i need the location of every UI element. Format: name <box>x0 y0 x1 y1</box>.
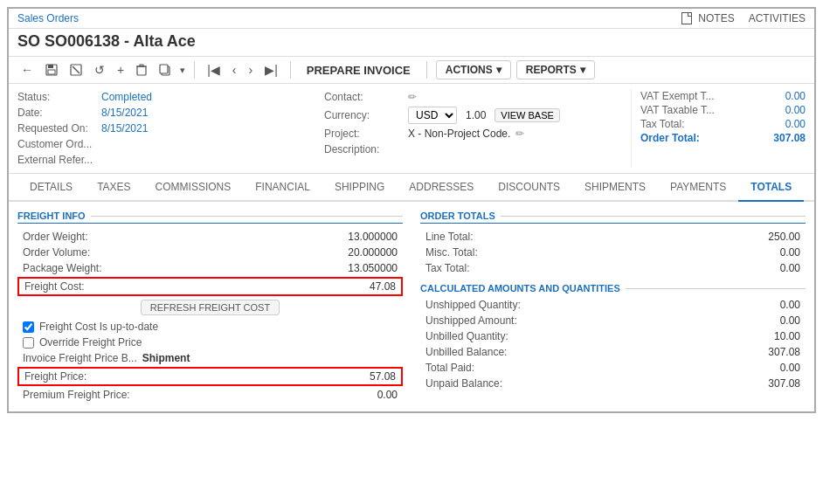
save-icon <box>45 64 58 76</box>
vat-exempt-row: VAT Exempt T... 0.00 <box>640 89 806 103</box>
tab-commissions[interactable]: COMMISSIONS <box>143 174 244 202</box>
currency-row: Currency: USD 1.00 VIEW BASE <box>324 105 622 126</box>
top-bar: Sales Orders NOTES ACTIVITIES <box>9 9 814 29</box>
tab-shipping[interactable]: SHIPPING <box>322 174 397 202</box>
prev-btn[interactable]: ‹ <box>229 61 240 79</box>
vat-taxable-row: VAT Taxable T... 0.00 <box>640 103 806 117</box>
reports-button[interactable]: REPORTS ▾ <box>516 60 595 79</box>
order-total-row: Order Total: 307.08 <box>640 131 806 145</box>
contact-row: Contact: ✏ <box>324 89 622 105</box>
actions-dropdown-icon: ▾ <box>496 64 501 76</box>
copy-icon <box>159 64 171 76</box>
tab-shipments[interactable]: SHIPMENTS <box>572 174 658 202</box>
svg-rect-7 <box>140 65 143 66</box>
requested-row: Requested On: 8/15/2021 <box>17 121 315 136</box>
order-volume-row: Order Volume: 20.000000 <box>17 245 403 260</box>
tabs-bar: DETAILS TAXES COMMISSIONS FINANCIAL SHIP… <box>9 174 814 202</box>
form-left: Status: Completed Date: 8/15/2021 Reques… <box>17 89 315 168</box>
package-weight-row: Package Weight: 13.050000 <box>17 260 403 276</box>
next-btn[interactable]: › <box>246 61 257 79</box>
new-button[interactable]: + <box>114 61 128 79</box>
form-section: Status: Completed Date: 8/15/2021 Reques… <box>9 84 814 174</box>
date-row: Date: 8/15/2021 <box>17 105 315 121</box>
back-button[interactable]: ← <box>17 61 37 79</box>
unpaid-balance-row: Unpaid Balance: 307.08 <box>420 376 806 391</box>
freight-price-row: Freight Price: 57.08 <box>17 367 403 386</box>
svg-line-4 <box>73 66 80 73</box>
separator-1 <box>194 61 195 79</box>
last-btn[interactable]: ▶| <box>261 61 281 79</box>
main-window: Sales Orders NOTES ACTIVITIES SO SO00613… <box>7 7 816 413</box>
freight-cost-row: Freight Cost: 47.08 <box>17 277 403 296</box>
content-area: FREIGHT INFO Order Weight: 13.000000 Ord… <box>9 202 814 411</box>
freight-uptodate-checkbox[interactable] <box>23 321 34 333</box>
copy-dropdown[interactable]: ▾ <box>180 65 185 76</box>
override-freight-checkbox[interactable] <box>23 337 34 349</box>
svg-rect-9 <box>160 65 168 73</box>
line-total-row: Line Total: 250.00 <box>420 229 806 245</box>
form-middle: Contact: ✏ Currency: USD 1.00 VIEW BASE … <box>324 89 622 168</box>
delete-icon <box>136 64 147 76</box>
unshipped-amount-row: Unshipped Amount: 0.00 <box>420 313 806 328</box>
svg-rect-1 <box>48 65 53 68</box>
svg-rect-2 <box>48 70 55 74</box>
tab-taxes[interactable]: TAXES <box>85 174 142 202</box>
override-freight-row: Override Freight Price <box>17 335 403 350</box>
freight-info-header: FREIGHT INFO <box>17 211 403 224</box>
unshipped-qty-row: Unshipped Quantity: 0.00 <box>420 297 806 313</box>
external-refer-row: External Refer... <box>17 152 315 168</box>
prepare-invoice-button[interactable]: PREPARE INVOICE <box>300 61 418 79</box>
undo-button[interactable]: ↺ <box>91 61 108 79</box>
save-button[interactable] <box>42 62 61 78</box>
tab-payments[interactable]: PAYMENTS <box>658 174 738 202</box>
tab-addresses[interactable]: ADDRESSES <box>397 174 486 202</box>
first-btn[interactable]: |◀ <box>204 61 224 79</box>
premium-freight-row: Premium Freight Price: 0.00 <box>17 387 403 403</box>
breadcrumb-link[interactable]: Sales Orders <box>17 12 79 24</box>
project-row: Project: X - Non-Project Code. ✏ <box>324 126 622 142</box>
separator-2 <box>290 61 291 79</box>
order-weight-row: Order Weight: 13.000000 <box>17 229 403 245</box>
status-row: Status: Completed <box>17 89 315 105</box>
freight-uptodate-row: Freight Cost Is up-to-date <box>17 319 403 335</box>
tax-total-row-right: Tax Total: 0.00 <box>420 260 806 276</box>
description-row: Description: <box>324 142 622 157</box>
svg-rect-5 <box>137 66 146 75</box>
view-base-button[interactable]: VIEW BASE <box>494 108 560 122</box>
refresh-btn-wrap: REFRESH FREIGHT COST <box>17 300 403 315</box>
customer-ord-row: Customer Ord... <box>17 136 315 152</box>
inv-freight-price-row: Invoice Freight Price B... Shipment <box>17 350 403 366</box>
actions-button[interactable]: ACTIONS ▾ <box>436 60 511 79</box>
doc-icon <box>681 12 692 24</box>
misc-total-row: Misc. Total: 0.00 <box>420 245 806 260</box>
unbilled-qty-row: Unbilled Quantity: 10.00 <box>420 328 806 344</box>
project-edit-icon[interactable]: ✏ <box>515 128 524 140</box>
tax-total-row: Tax Total: 0.00 <box>640 117 806 131</box>
toolbar: ← ↺ + <box>9 57 814 84</box>
unbilled-balance-row: Unbilled Balance: 307.08 <box>420 344 806 360</box>
tab-discounts[interactable]: DISCOUNTS <box>486 174 572 202</box>
currency-rate: 1.00 <box>466 109 486 121</box>
breadcrumb-area: Sales Orders <box>17 12 79 24</box>
refresh-freight-cost-button[interactable]: REFRESH FREIGHT COST <box>141 300 280 315</box>
tab-details[interactable]: DETAILS <box>17 174 85 202</box>
activities-button[interactable]: ACTIVITIES <box>749 12 806 24</box>
calculated-header: CALCULATED AMOUNTS AND QUANTITIES <box>420 283 806 293</box>
order-totals-panel: ORDER TOTALS Line Total: 250.00 Misc. To… <box>420 211 806 403</box>
contact-edit-icon[interactable]: ✏ <box>408 91 417 103</box>
form-right: VAT Exempt T... 0.00 VAT Taxable T... 0.… <box>631 89 806 168</box>
freight-info-panel: FREIGHT INFO Order Weight: 13.000000 Ord… <box>17 211 403 403</box>
page-title: SO SO006138 - Alta Ace <box>9 29 814 57</box>
tab-financial[interactable]: FINANCIAL <box>243 174 322 202</box>
discard-icon <box>70 64 82 76</box>
tab-totals[interactable]: TOTALS <box>738 174 804 202</box>
delete-button[interactable] <box>133 62 150 78</box>
notes-button[interactable]: NOTES <box>681 12 734 24</box>
copy-button[interactable] <box>156 62 175 78</box>
order-totals-header: ORDER TOTALS <box>420 211 806 224</box>
discard-button[interactable] <box>66 62 86 78</box>
reports-dropdown-icon: ▾ <box>580 64 585 76</box>
currency-select[interactable]: USD <box>408 107 457 124</box>
top-bar-actions: NOTES ACTIVITIES <box>681 12 806 24</box>
separator-3 <box>426 61 427 79</box>
